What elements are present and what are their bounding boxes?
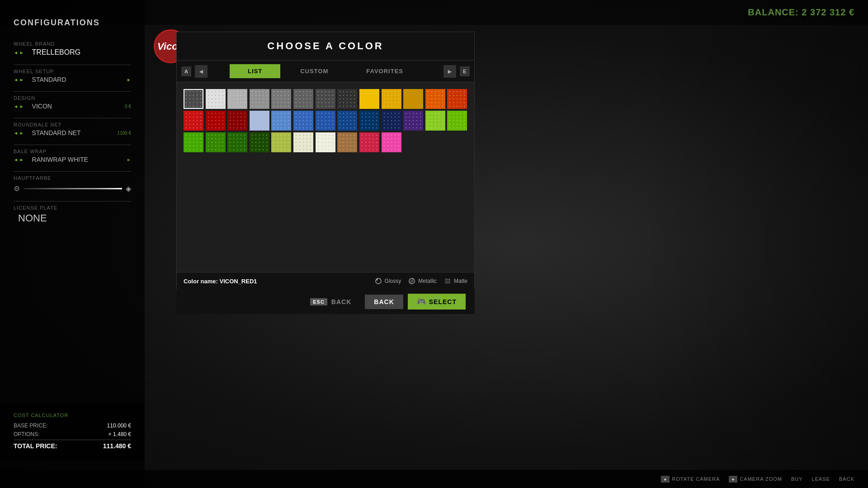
lease-btn[interactable]: LEASE [812,476,830,482]
color-swatch[interactable] [382,111,401,131]
base-price-value: 110.000 € [107,422,131,429]
color-swatch[interactable] [206,132,226,152]
options-value: + 1.480 € [108,431,131,437]
color-swatch[interactable] [184,132,203,152]
color-swatch[interactable] [337,132,357,152]
roundbale-net-value: STANDARD NET [28,129,81,136]
esc-key: ESC [310,298,327,305]
back-bottom-btn[interactable]: BACK [839,476,854,482]
metallic-label: Metallic [418,278,437,284]
license-plate-label: LICENSE PLATE [14,205,131,211]
color-swatch[interactable] [250,132,269,152]
hauptfarbe-label: HAUPTFARBE [14,175,131,181]
color-swatch[interactable] [382,89,401,109]
rotate-key: ● [661,476,670,483]
color-swatch[interactable] [382,132,401,152]
color-swatch[interactable] [403,89,423,109]
color-swatch[interactable] [337,111,357,131]
wheel-brand-label: WHEEL BRAND [14,41,131,47]
lease-label: LEASE [812,476,830,482]
color-swatch[interactable] [447,111,467,131]
select-icon: 🎮 [417,297,426,306]
tabs: LIST CUSTOM FAVORITES [208,64,443,78]
color-slider-track [24,188,122,189]
color-swatch[interactable] [316,132,335,152]
wheel-setup-value: STANDARD [28,76,66,83]
balance-display: BALANCE: 2 372 312 € [748,7,854,18]
camera-zoom-btn[interactable]: ● CAMERA ZOOM [729,476,782,483]
color-swatch[interactable] [293,89,313,109]
color-swatch[interactable] [184,111,203,131]
tabs-container: A ◄ LIST CUSTOM FAVORITES ► E [177,61,474,82]
matte-label: Matte [454,278,467,284]
action-bar: ESC BACK BACK 🎮 SELECT [176,289,475,314]
color-swatch[interactable] [359,111,379,131]
tab-list[interactable]: LIST [230,64,280,78]
color-grid-container [177,82,474,272]
back-bottom-label: BACK [839,476,854,482]
color-swatch[interactable] [206,111,226,131]
color-name-value: VICON_RED1 [219,278,257,285]
color-swatch[interactable] [271,89,291,109]
color-swatch[interactable] [250,89,269,109]
sidebar-section-roundbale-net: ROUNDBALE NET ◄ ► STANDARD NET 1100 € [14,122,131,136]
back-button[interactable]: BACK [365,295,403,309]
back-label: BACK [374,298,394,305]
color-swatch[interactable] [359,89,379,109]
wheel-setup-label: WHEEL SETUP [14,69,131,74]
design-label: DESIGN [14,95,131,101]
design-value: VICON [28,103,52,110]
sidebar-section-hauptfarbe: HAUPTFARBE ⚙ ◈ [14,175,131,193]
balance-value: 2 372 312 € [802,7,854,17]
roundbale-net-label: ROUNDBALE NET [14,122,131,127]
tab-prev-button[interactable]: ◄ [195,65,208,78]
finish-types: Glossy Metallic [374,277,467,285]
buy-btn[interactable]: BUY [791,476,803,482]
slider-arrow-icon: ◈ [126,184,131,193]
modal-title: CHOOSE A COLOR [185,40,466,52]
select-label: SELECT [429,298,457,305]
color-name-prefix: Color name: [184,278,219,285]
color-swatch[interactable] [359,132,379,152]
color-swatch[interactable] [271,132,291,152]
wheel-brand-value: TRELLEBORG [28,48,81,56]
zoom-label: CAMERA ZOOM [740,476,782,482]
bottom-bar: ● ROTATE CAMERA ● CAMERA ZOOM BUY LEASE … [0,470,868,488]
color-swatch[interactable] [293,132,313,152]
select-button[interactable]: 🎮 SELECT [408,294,466,310]
color-swatch[interactable] [250,111,269,131]
color-swatch[interactable] [447,89,467,109]
color-swatch[interactable] [403,111,423,131]
tab-custom[interactable]: CUSTOM [282,64,346,78]
svg-point-1 [376,279,378,281]
bale-wrap-label: BALE WRAP [14,149,131,154]
metallic-finish: Metallic [408,277,437,285]
zoom-key: ● [729,476,737,483]
rotate-label: ROTATE CAMERA [672,476,720,482]
license-plate-value: NONE [14,212,131,224]
color-swatch[interactable] [316,111,335,131]
esc-button[interactable]: ESC BACK [301,295,360,309]
color-swatch[interactable] [184,89,203,109]
sidebar-section-bale-wrap: BALE WRAP ◄ ► RANIWRAP WHITE ► [14,149,131,163]
color-swatch[interactable] [425,89,445,109]
color-swatch[interactable] [206,89,226,109]
color-swatch[interactable] [293,111,313,131]
cost-calc-title: COST CALCULATOR [14,413,131,418]
color-swatch[interactable] [227,89,247,109]
color-swatch[interactable] [271,111,291,131]
tab-favorites[interactable]: FAVORITES [348,64,421,78]
color-swatch[interactable] [425,111,445,131]
color-grid [184,89,467,152]
tab-next-button[interactable]: ► [443,65,456,78]
color-swatch[interactable] [227,132,247,152]
sidebar-section-design: DESIGN ◄ ► VICON 0 € [14,95,131,110]
tab-label-e: E [460,66,470,76]
metallic-icon [408,277,416,285]
bale-wrap-value: RANIWRAP WHITE [28,156,88,163]
options-label: OPTIONS: [14,431,39,437]
color-swatch[interactable] [227,111,247,131]
rotate-camera-btn[interactable]: ● ROTATE CAMERA [661,476,720,483]
color-swatch[interactable] [337,89,357,109]
color-swatch[interactable] [316,89,335,109]
